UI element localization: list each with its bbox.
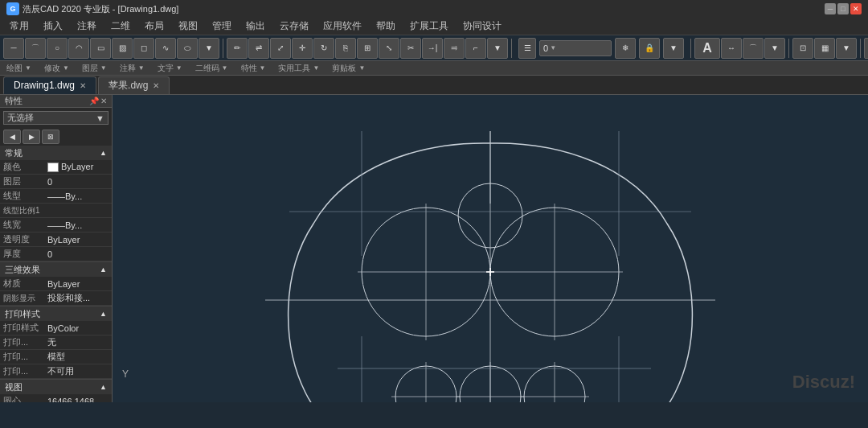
layer-props-button[interactable]: ☰ <box>518 38 536 59</box>
prev-nav-button[interactable]: ◀ <box>3 130 21 144</box>
section-insert[interactable]: 文字 ▼ <box>151 63 189 74</box>
prop-color-label: 颜色 <box>0 161 44 173</box>
hatch-tool-button[interactable]: ▨ <box>112 38 133 59</box>
rect-tool-button[interactable]: ▭ <box>90 38 111 59</box>
selection-dropdown[interactable]: 无选择 ▼ <box>3 111 108 125</box>
prop-section-view-header[interactable]: 视图 ▲ <box>0 380 112 394</box>
copy-button[interactable]: ⎘ <box>335 38 356 59</box>
menu-guanli[interactable]: 管理 <box>206 18 238 35</box>
section-draw[interactable]: 绘图 ▼ <box>0 63 38 74</box>
sep4 <box>788 39 789 58</box>
dimarc-button[interactable]: ⌒ <box>743 38 764 59</box>
array-button[interactable]: ⊞ <box>357 38 378 59</box>
menu-xietong[interactable]: 协同设计 <box>457 18 508 35</box>
app-icon: G <box>6 2 19 15</box>
section-clipboard[interactable]: 剪贴板 ▼ <box>326 63 371 74</box>
modify-tools-group: ✏ ⇌ ⤢ ✛ ↻ ⎘ ⊞ ⤡ ✂ →| ⥤ ⌐ ▼ <box>227 38 508 59</box>
view-section-arrow: ▲ <box>100 383 107 391</box>
editattr-button[interactable]: ✏ <box>227 38 248 59</box>
next-nav-button[interactable]: ▶ <box>23 130 40 144</box>
more-draw-button[interactable]: ▼ <box>199 38 219 59</box>
mirror-button[interactable]: ⇌ <box>248 38 269 59</box>
polyline-tool-button[interactable]: ⌒ <box>25 38 46 59</box>
move-button[interactable]: ✛ <box>292 38 313 59</box>
menu-kuozhan[interactable]: 扩展工具 <box>403 18 455 35</box>
extend-button[interactable]: →| <box>422 38 443 59</box>
tab-drawing1[interactable]: Drawing1.dwg ✕ <box>3 76 96 94</box>
toolbar-sections: 绘图 ▼ 修改 ▼ 图层 ▼ 注释 ▼ 文字 ▼ 二维码 ▼ 特性 ▼ 实用工具… <box>0 61 868 76</box>
menu-bangzhu[interactable]: 帮助 <box>370 18 402 35</box>
draw-tools-group: ─ ⌒ ○ ◠ ▭ ▨ ◻ ∿ ⬭ ▼ <box>3 38 219 59</box>
layer-dropdown-arrow: ▼ <box>550 44 556 51</box>
menu-yuncunchu[interactable]: 云存储 <box>273 18 315 35</box>
rotate-button[interactable]: ↻ <box>313 38 334 59</box>
tab-apple[interactable]: 苹果.dwg ✕ <box>98 76 170 94</box>
tab-drawing1-close[interactable]: ✕ <box>80 81 86 90</box>
toolbar-row1: ─ ⌒ ○ ◠ ▭ ▨ ◻ ∿ ⬭ ▼ ✏ ⇌ ⤢ ✛ ↻ ⎘ ⊞ ⤡ ✂ →|… <box>0 35 868 61</box>
line-tool-button[interactable]: ─ <box>3 38 24 59</box>
sep1 <box>223 39 223 58</box>
circle-tool-button[interactable]: ○ <box>47 38 68 59</box>
prop-thickness-value: 0 <box>44 249 112 259</box>
menu-shitu[interactable]: 视图 <box>172 18 204 35</box>
prop-linescale: 线型比例1 <box>0 204 112 218</box>
section-layer[interactable]: 图层 ▼ <box>76 63 113 74</box>
prop-layer: 图层 0 <box>0 175 112 189</box>
maximize-button[interactable]: □ <box>837 3 849 14</box>
select-all-button[interactable]: ⊠ <box>42 130 59 144</box>
menu-erwei[interactable]: 二维 <box>104 18 137 35</box>
trim-button[interactable]: ✂ <box>400 38 421 59</box>
dim-more-button[interactable]: ▼ <box>764 38 785 59</box>
insert-block-button[interactable]: ⊡ <box>792 38 813 59</box>
section-modify[interactable]: 修改 ▼ <box>38 63 76 74</box>
region-tool-button[interactable]: ◻ <box>133 38 154 59</box>
stretch-button[interactable]: ⤡ <box>379 38 399 59</box>
prop-section-print-header[interactable]: 打印样式 ▲ <box>0 307 112 321</box>
tab-apple-close[interactable]: ✕ <box>153 81 159 90</box>
prop-transparency-label: 透明度 <box>0 233 44 245</box>
prop-section-3d-header[interactable]: 三维效果 ▲ <box>0 262 112 277</box>
layer-dropdown[interactable]: 0 ▼ <box>539 40 612 56</box>
text-button[interactable]: A <box>694 38 720 59</box>
offset-button[interactable]: ⥤ <box>444 38 465 59</box>
more-modify-button[interactable]: ▼ <box>487 38 508 59</box>
prop-print1-label: 打印... <box>0 336 44 348</box>
prop-cx-value: 16466.1468 <box>44 397 112 403</box>
menu-zhushi[interactable]: 注释 <box>71 18 103 35</box>
arc-tool-button[interactable]: ◠ <box>68 38 89 59</box>
section-utility[interactable]: 实用工具 ▼ <box>272 63 326 74</box>
cad-canvas-area[interactable]: Y Discuz! <box>113 95 868 402</box>
close-button[interactable]: ✕ <box>850 3 862 14</box>
menu-bar: 常用 插入 注释 二维 布局 视图 管理 输出 云存储 应用软件 帮助 扩展工具… <box>0 18 868 35</box>
scale-button[interactable]: ⤢ <box>270 38 291 59</box>
spline-tool-button[interactable]: ∿ <box>155 38 176 59</box>
menu-yingyong[interactable]: 应用软件 <box>317 18 368 35</box>
prop-section-view: 视图 ▲ 圆心... 16466.1468 圆心... 2698.6681 圆心… <box>0 380 112 402</box>
prop-section-print: 打印样式 ▲ 打印样式 ByColor 打印... 无 打印... 模型 打印.… <box>0 307 112 380</box>
code-arrow: ▼ <box>222 64 228 72</box>
section-props[interactable]: 特性 ▼ <box>235 63 272 74</box>
layer-more-button[interactable]: ▼ <box>663 38 684 59</box>
dimlinear-button[interactable]: ↔ <box>721 38 742 59</box>
section-2dcode[interactable]: 二维码 ▼ <box>189 63 235 74</box>
menu-charu[interactable]: 插入 <box>37 18 69 35</box>
color-swatch <box>47 163 59 172</box>
panel-icons: 📌 ✕ <box>89 97 107 105</box>
qrcode-button[interactable]: ▦ <box>814 38 835 59</box>
section-annotate[interactable]: 注释 ▼ <box>113 63 151 74</box>
menu-buju[interactable]: 布局 <box>138 18 170 35</box>
panel-pin-icon[interactable]: 📌 <box>89 97 99 105</box>
panel-close-icon[interactable]: ✕ <box>100 97 107 105</box>
minimize-button[interactable]: ─ <box>825 3 836 14</box>
matchprop-button[interactable]: ⊼ <box>864 38 868 59</box>
menu-changyu[interactable]: 常用 <box>3 18 35 35</box>
prop-section-general-header[interactable]: 常规 ▲ <box>0 146 112 160</box>
prop-color: 颜色 ByLayer <box>0 160 112 175</box>
insert-more-button[interactable]: ▼ <box>836 38 857 59</box>
fillet-button[interactable]: ⌐ <box>465 38 486 59</box>
selection-arrow: ▼ <box>96 113 104 123</box>
layer-lock-button[interactable]: 🔒 <box>639 38 660 59</box>
ellipse-tool-button[interactable]: ⬭ <box>177 38 198 59</box>
menu-shuchu[interactable]: 输出 <box>240 18 272 35</box>
layer-freeze-button[interactable]: ❄ <box>615 38 636 59</box>
